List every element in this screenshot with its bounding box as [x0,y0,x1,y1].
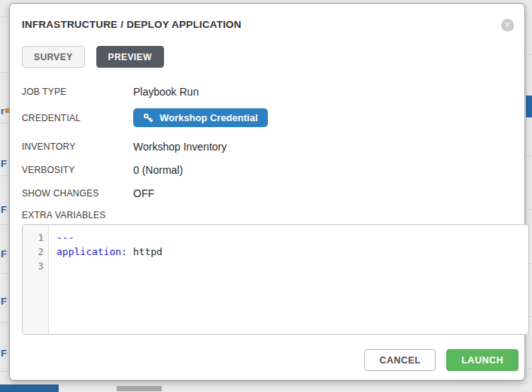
line-number: 2 [23,245,48,259]
extra-variables-label: EXTRA VARIABLES [22,210,518,220]
credential-badge[interactable]: Workshop Credential [133,108,268,127]
cancel-button-label: CANCEL [379,355,421,366]
backdrop-row-line [0,371,9,372]
tab-survey-label: SURVEY [34,52,73,62]
cancel-button[interactable]: CANCEL [364,349,436,371]
inventory-label: INVENTORY [22,141,133,152]
yaml-doc-start-token: --- [56,232,74,243]
tab-preview[interactable]: PREVIEW [96,46,164,68]
yaml-key-token: application [56,246,121,257]
backdrop-row-line [526,369,532,369]
backdrop-row-line [0,322,9,323]
modal-tabs: SURVEY PREVIEW [22,46,518,68]
line-number: 1 [23,230,48,245]
launch-button[interactable]: LAUNCH [446,349,518,371]
field-inventory: INVENTORY Workshop Inventory [22,140,518,153]
yaml-value-token: httpd [133,246,163,257]
code-line: application: httpd [56,245,163,259]
tab-survey[interactable]: SURVEY [22,46,85,68]
close-x-glyph: ✕ [505,22,511,29]
field-show-changes: SHOW CHANGES OFF [22,187,518,199]
editor-code-area[interactable]: --- application: httpd [49,225,163,334]
line-number: 3 [23,259,48,273]
backdrop-text-fragment [0,384,59,392]
launch-button-label: LAUNCH [461,355,503,366]
field-verbosity: VERBOSITY 0 (Normal) [22,163,518,176]
backdrop-row-line [526,156,532,156]
show-changes-label: SHOW CHANGES [22,188,133,199]
job-type-value: Playbook Run [133,86,199,98]
credential-badge-label: Workshop Credential [160,112,258,123]
backdrop-row-line [0,123,9,123]
code-line [56,259,163,273]
verbosity-value: 0 (Normal) [133,164,183,176]
field-credential: CREDENTIAL Workshop Credential [22,108,518,127]
backdrop-row-line [0,72,9,73]
inventory-value: Workshop Inventory [133,141,226,153]
backdrop-blue-row-fragment [526,96,532,117]
job-details: JOB TYPE Playbook Run CREDENTIAL Wor [22,85,518,371]
credential-label: CREDENTIAL [22,113,133,123]
verbosity-label: VERBOSITY [22,165,133,175]
close-icon[interactable]: ✕ [501,19,514,32]
modal-footer: CANCEL LAUNCH [22,349,518,371]
extra-variables-editor[interactable]: 1 2 3 --- application: httpd [22,224,529,335]
field-job-type: JOB TYPE Playbook Run [22,85,518,98]
backdrop-link-fragment: F [1,205,9,214]
backdrop-link-fragment: F [1,249,9,259]
show-changes-value: OFF [133,187,154,199]
key-icon [143,113,154,123]
modal-title: INFRASTRUCTURE / DEPLOY APPLICATION [22,19,518,30]
backdrop-link-fragment: F [1,348,9,358]
deploy-application-modal: INFRASTRUCTURE / DEPLOY APPLICATION ✕ SU… [9,3,525,381]
backdrop-text-fragment [117,386,162,391]
backdrop-row-line [526,54,532,55]
tab-preview-label: PREVIEW [108,52,152,62]
backdrop-row-line [0,273,9,274]
editor-line-number-gutter: 1 2 3 [23,225,49,334]
backdrop-row-line [0,17,9,17]
backdrop-link-fragment: F [1,159,9,169]
backdrop-link-fragment: F [1,296,9,306]
job-type-label: JOB TYPE [22,87,133,97]
backdrop-row-line [0,175,9,176]
yaml-colon-token: : [121,246,133,257]
backdrop-row-line [526,209,532,210]
backdrop-row-line [0,224,9,225]
code-line: --- [56,230,163,245]
